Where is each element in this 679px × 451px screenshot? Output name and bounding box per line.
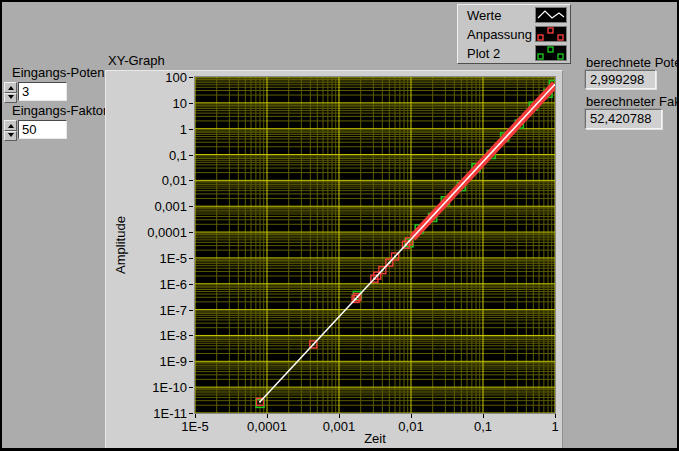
eingangs-faktor-spinner bbox=[4, 120, 17, 141]
arrow-down-icon bbox=[8, 95, 14, 102]
y-tick-label: 1E-10 bbox=[129, 380, 187, 395]
arrow-up-icon bbox=[8, 121, 14, 128]
legend-item-plot2[interactable]: Plot 2 bbox=[461, 45, 567, 61]
x-tick-label: 1E-5 bbox=[160, 419, 230, 434]
y-axis-tick bbox=[189, 413, 193, 414]
eingangs-potenz-spinner bbox=[4, 82, 17, 103]
y-tick-label: 0,1 bbox=[129, 148, 187, 163]
berechnete-potenz-value: 2,999298 bbox=[585, 70, 656, 89]
y-tick-label: 0,001 bbox=[129, 199, 187, 214]
y-axis-tick bbox=[189, 155, 193, 156]
y-axis-tick bbox=[189, 180, 193, 181]
x-axis-tick bbox=[483, 414, 484, 418]
y-axis-title: Amplitude bbox=[113, 215, 127, 275]
y-axis-tick bbox=[189, 284, 193, 285]
plot-legend: Werte Anpassung Plot 2 bbox=[457, 4, 571, 64]
y-tick-label: 0,0001 bbox=[129, 225, 187, 240]
eingangs-faktor-control bbox=[4, 120, 67, 141]
y-tick-label: 1E-9 bbox=[129, 354, 187, 369]
labview-front-panel: Eingangs-Potenz Eingangs-Faktor XY-Graph… bbox=[0, 0, 679, 451]
x-tick-label: 1 bbox=[520, 419, 590, 434]
square-marker-icon[interactable] bbox=[535, 45, 567, 61]
y-tick-label: 1 bbox=[129, 122, 187, 137]
arrow-down-icon bbox=[8, 133, 14, 140]
y-axis-tick bbox=[189, 387, 193, 388]
eingangs-potenz-input[interactable] bbox=[18, 82, 67, 101]
arrow-up-icon bbox=[8, 83, 14, 90]
x-axis-title: Zeit bbox=[340, 431, 410, 446]
decrement-button[interactable] bbox=[4, 93, 17, 104]
x-tick-label: 0,1 bbox=[448, 419, 518, 434]
eingangs-potenz-label: Eingangs-Potenz bbox=[12, 65, 111, 80]
xy-plot-area[interactable] bbox=[195, 77, 555, 413]
y-axis-tick bbox=[189, 232, 193, 233]
y-tick-label: 1E-7 bbox=[129, 303, 187, 318]
x-axis-tick bbox=[555, 414, 556, 418]
berechnete-potenz-label: berechnete Potenz bbox=[586, 55, 679, 70]
y-axis-tick bbox=[189, 258, 193, 259]
eingangs-faktor-input[interactable] bbox=[18, 120, 67, 139]
y-axis-tick bbox=[189, 129, 193, 130]
legend-label: Plot 2 bbox=[461, 46, 535, 61]
square-marker-icon[interactable] bbox=[535, 26, 567, 42]
berechneter-faktor-value: 52,420788 bbox=[585, 109, 662, 129]
y-axis-tick bbox=[189, 77, 193, 78]
y-axis-tick bbox=[189, 103, 193, 104]
legend-label: Anpassung bbox=[461, 27, 535, 42]
y-tick-label: 0,01 bbox=[129, 173, 187, 188]
eingangs-faktor-label: Eingangs-Faktor bbox=[12, 103, 107, 118]
xy-plot-canvas bbox=[195, 77, 555, 413]
y-axis-tick bbox=[189, 335, 193, 336]
y-axis-tick bbox=[189, 361, 193, 362]
graph-title: XY-Graph bbox=[108, 53, 165, 68]
x-tick-label: 0,0001 bbox=[232, 419, 302, 434]
y-tick-label: 10 bbox=[129, 96, 187, 111]
y-tick-label: 1E-6 bbox=[129, 277, 187, 292]
increment-button[interactable] bbox=[4, 82, 17, 93]
increment-button[interactable] bbox=[4, 120, 17, 131]
legend-label: Werte bbox=[461, 8, 535, 23]
eingangs-potenz-control bbox=[4, 82, 67, 103]
y-axis-tick bbox=[189, 310, 193, 311]
legend-item-anpassung[interactable]: Anpassung bbox=[461, 26, 567, 42]
x-axis-tick bbox=[195, 414, 196, 418]
y-axis-tick bbox=[189, 206, 193, 207]
y-tick-label: 1E-5 bbox=[129, 251, 187, 266]
x-axis-tick bbox=[339, 414, 340, 418]
line-plot-icon[interactable] bbox=[535, 7, 567, 23]
berechneter-faktor-label: berechneter Faktor bbox=[586, 94, 679, 109]
x-axis-tick bbox=[267, 414, 268, 418]
y-tick-label: 100 bbox=[129, 70, 187, 85]
y-tick-label: 1E-8 bbox=[129, 328, 187, 343]
y-tick-label: 1E-11 bbox=[129, 406, 187, 421]
decrement-button[interactable] bbox=[4, 131, 17, 142]
legend-item-werte[interactable]: Werte bbox=[461, 7, 567, 23]
x-axis-tick bbox=[411, 414, 412, 418]
